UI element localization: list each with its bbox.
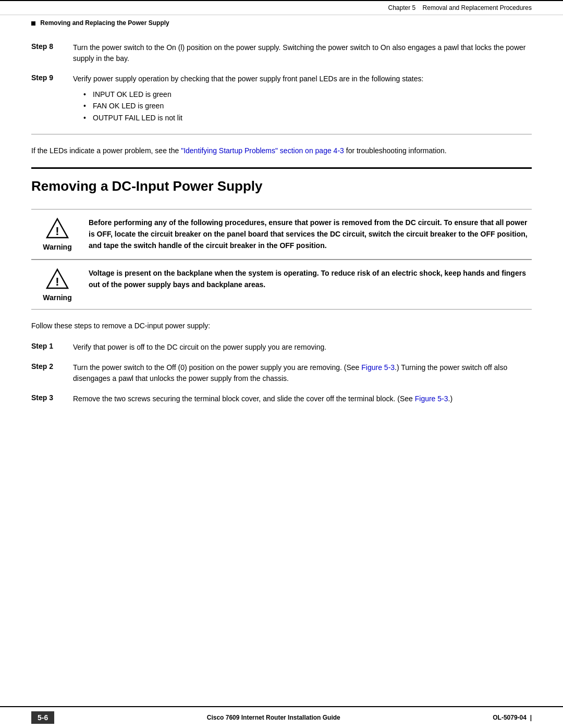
page: Chapter 5 Removal and Replacement Proced… [0, 0, 563, 728]
svg-text:!: ! [55, 275, 59, 288]
svg-text:!: ! [55, 225, 59, 238]
dc-step-2-label: Step 2 [31, 362, 73, 371]
figure-5-3-link-1[interactable]: Figure 5-3 [361, 363, 395, 372]
warning-1-icon: ! [46, 217, 69, 240]
chapter-title: Removal and Replacement Procedures [423, 4, 532, 11]
warning-1-label: Warning [43, 243, 71, 251]
led-item-3: OUTPUT FAIL LED is not lit [83, 112, 532, 124]
led-paragraph: If the LEDs indicate a power problem, se… [31, 145, 532, 156]
led-list: INPUT OK LED is green FAN OK LED is gree… [83, 89, 532, 124]
warning-1-text: Before performing any of the following p… [89, 217, 532, 252]
warning-1-left: ! Warning [31, 217, 89, 251]
chapter-label: Chapter 5 [388, 4, 416, 11]
footer-right-text: OL-5079-04 | [493, 714, 532, 721]
footer: 5-6 Cisco 7609 Internet Router Installat… [0, 706, 563, 728]
warning-2-label: Warning [43, 293, 71, 302]
dc-step-1-content: Verify that power is off to the DC circu… [73, 342, 532, 353]
step-9-content: Verify power supply operation by checkin… [73, 73, 532, 124]
led-para-suffix: for troubleshooting information. [344, 146, 447, 155]
page-number-box: 5-6 [31, 711, 54, 724]
page-number: 5-6 [38, 713, 48, 722]
footer-left: 5-6 [31, 711, 54, 724]
dc-step-1-row: Step 1 Verify that power is off to the D… [31, 342, 532, 353]
dc-step-2-row: Step 2 Turn the power switch to the Off … [31, 362, 532, 384]
divider-1 [31, 134, 532, 134]
warning-2-left: ! Warning [31, 267, 89, 302]
section-label-text: Removing and Replacing the Power Supply [40, 19, 169, 27]
warning-2-icon: ! [46, 267, 69, 290]
doc-number: OL-5079-04 [493, 714, 527, 721]
black-square-icon [31, 21, 35, 26]
figure-5-3-link-2[interactable]: Figure 5-3 [415, 394, 448, 403]
dc-step-3-content: Remove the two screws securing the termi… [73, 393, 532, 404]
step-8-label: Step 8 [31, 42, 73, 51]
warning-blocks: ! Warning Before performing any of the f… [31, 209, 532, 310]
header-bar: Chapter 5 Removal and Replacement Proced… [0, 0, 563, 15]
led-para-link[interactable]: "Identifying Startup Problems" section o… [181, 146, 344, 155]
warning-2-text: Voltage is present on the backplane when… [89, 267, 532, 291]
led-item-1: INPUT OK LED is green [83, 89, 532, 100]
step-9-label: Step 9 [31, 73, 73, 82]
follow-steps-para: Follow these steps to remove a DC-input … [31, 320, 532, 331]
step-8-row: Step 8 Turn the power switch to the On (… [31, 42, 532, 64]
dc-step-1-label: Step 1 [31, 342, 73, 350]
main-content: Step 8 Turn the power switch to the On (… [0, 27, 563, 445]
warning-block-1: ! Warning Before performing any of the f… [31, 209, 532, 260]
section-label-bar: Removing and Replacing the Power Supply [0, 15, 563, 27]
dc-step-3-label: Step 3 [31, 393, 73, 402]
header-chapter: Chapter 5 Removal and Replacement Proced… [388, 4, 532, 11]
led-para-prefix: If the LEDs indicate a power problem, se… [31, 146, 181, 155]
led-item-2: FAN OK LED is green [83, 100, 532, 112]
footer-center-text: Cisco 7609 Internet Router Installation … [207, 714, 340, 721]
warning-block-2: ! Warning Voltage is present on the back… [31, 260, 532, 310]
dc-section-heading: Removing a DC-Input Power Supply [31, 167, 532, 194]
dc-step-2-content: Turn the power switch to the Off (0) pos… [73, 362, 532, 384]
dc-step-3-row: Step 3 Remove the two screws securing th… [31, 393, 532, 404]
step-8-content: Turn the power switch to the On (l) posi… [73, 42, 532, 64]
step-9-row: Step 9 Verify power supply operation by … [31, 73, 532, 124]
